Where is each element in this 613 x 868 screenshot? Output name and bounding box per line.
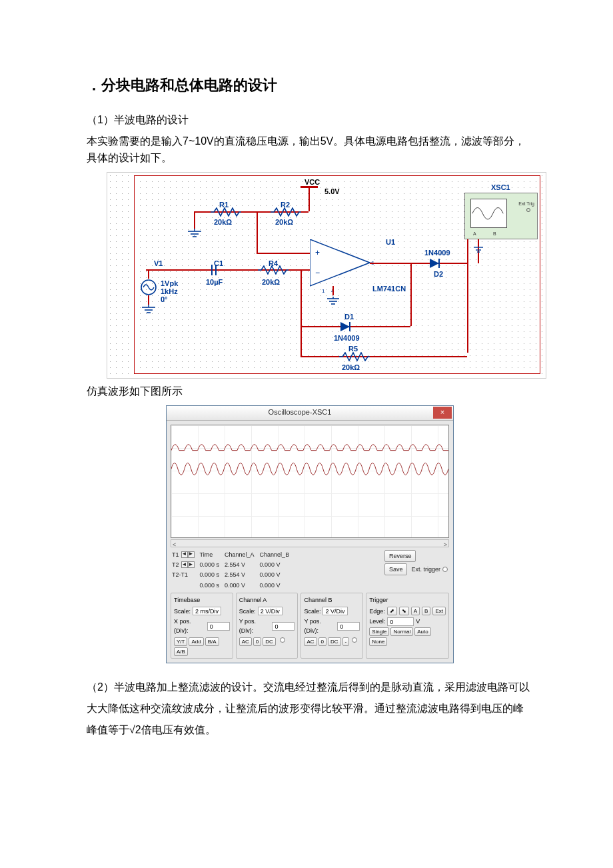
cursor-labels: T1◄► T2◄► T2-T1 — [172, 550, 195, 580]
d1-name: D1 — [344, 311, 354, 323]
wire — [301, 356, 467, 357]
reverse-button[interactable]: Reverse — [384, 550, 416, 562]
channel-b-panel: Channel B Scale:2 V/Div Y pos.(Div):0 AC… — [301, 593, 363, 659]
trigger-panel: Trigger Edge: ⬈ ⬊ A B Ext Level:0V Singl… — [366, 593, 449, 659]
edge-fall-button[interactable]: ⬊ — [399, 607, 409, 615]
add-button[interactable]: Add — [189, 637, 203, 646]
wire — [148, 269, 149, 279]
edge-rise-button[interactable]: ⬈ — [387, 607, 397, 615]
scale-label: Scale: — [304, 607, 320, 616]
svg-text:−: − — [315, 268, 320, 277]
cha-enable-radio[interactable] — [280, 637, 285, 643]
trig-b-button[interactable]: B — [422, 607, 430, 615]
chb-col: Channel_B 0.000 V 0.000 V 0.000 V — [260, 550, 290, 591]
timebase-scale-field[interactable]: 2 ms/Div — [193, 607, 221, 615]
chb-enable-radio[interactable] — [352, 637, 357, 643]
cha-ypos-field[interactable]: 0 — [272, 622, 295, 631]
channel-a-panel: Channel A Scale:2 V/Div Y pos.(Div):0 AC… — [236, 593, 299, 659]
time-header: Time — [200, 550, 220, 559]
ext-trig-label: Ext Trig — [518, 200, 534, 207]
chb-dc-button[interactable]: DC — [328, 637, 341, 646]
oscilloscope-window: Oscilloscope-XSC1 × T1◄► T2◄► T2-T1 Time… — [166, 405, 454, 663]
level-field[interactable]: 0 — [387, 617, 414, 626]
chb-0-button[interactable]: 0 — [318, 637, 326, 646]
t2t1-label: T2-T1 — [172, 570, 195, 579]
cha-scale-field[interactable]: 2 V/Div — [258, 607, 283, 615]
t1-arrows[interactable]: ◄► — [181, 551, 195, 558]
scope-titlebar: Oscilloscope-XSC1 × — [167, 406, 453, 421]
d2-type: 1N4009 — [424, 247, 450, 259]
chb-ypos-field[interactable]: 0 — [337, 622, 360, 631]
trig-none-button[interactable]: None — [369, 637, 387, 646]
scope-scrollbar[interactable] — [171, 539, 449, 547]
panel-title: Channel A — [239, 595, 295, 605]
cha-ac-button[interactable]: AC — [239, 637, 252, 646]
svg-marker-27 — [340, 322, 350, 331]
wire — [308, 187, 310, 211]
scope-body: T1◄► T2◄► T2-T1 Time 0.000 s 0.000 s 0.0… — [167, 421, 453, 663]
time-val: 0.000 s — [200, 560, 220, 569]
svg-marker-11 — [310, 239, 370, 286]
circuit-schematic: VCC 5.0V R1 20kΩ R2 20kΩ V1 C1 10µF R4 2… — [107, 172, 546, 379]
ypos-label: Y pos.(Div): — [304, 617, 335, 636]
wire — [194, 211, 195, 229]
close-button[interactable]: × — [433, 407, 452, 419]
t2-arrows[interactable]: ◄► — [181, 561, 195, 568]
cha-val: 2.554 V — [225, 570, 255, 579]
panel-title: Trigger — [369, 595, 446, 605]
ypos-label: Y pos.(Div): — [239, 617, 271, 636]
trig-ext-button[interactable]: Ext — [432, 607, 446, 615]
panel-title: Timebase — [174, 595, 230, 605]
t2-label: T2 — [172, 560, 179, 569]
xpos-label: X pos.(Div): — [174, 617, 205, 636]
r5-value: 20kΩ — [342, 362, 360, 374]
cha-val: 0.000 V — [225, 581, 255, 590]
vcc-value: 5.0V — [324, 186, 340, 198]
trig-normal-button[interactable]: Normal — [390, 627, 413, 636]
trig-single-button[interactable]: Single — [369, 627, 389, 636]
d1-type: 1N4009 — [334, 333, 360, 345]
cha-val: 2.554 V — [225, 560, 255, 569]
ground-icon — [472, 242, 484, 259]
yt-button[interactable]: Y/T — [174, 637, 187, 646]
timebase-panel: Timebase Scale:2 ms/Div X pos.(Div):0 Y/… — [171, 593, 233, 659]
time-col: Time 0.000 s 0.000 s 0.000 s — [200, 550, 220, 591]
svg-text:1: 1 — [322, 288, 325, 293]
chb-ac-button[interactable]: AC — [304, 637, 316, 646]
wire — [257, 253, 310, 254]
chb-scale-field[interactable]: 2 V/Div — [322, 607, 347, 615]
cha-dc-button[interactable]: DC — [263, 637, 276, 646]
page-title: ．分块电路和总体电路的设计 — [87, 73, 533, 97]
resistor-r1 — [211, 207, 241, 217]
wire — [301, 269, 302, 356]
cha-0-button[interactable]: 0 — [253, 637, 261, 646]
r2-value: 20kΩ — [275, 217, 293, 229]
port-a-label: A — [473, 230, 476, 237]
d2-name: D2 — [434, 269, 443, 281]
port-b-label: B — [493, 230, 496, 237]
ground-icon — [324, 294, 342, 311]
ic-name: LM741CN — [372, 283, 406, 295]
ext-trig-port — [526, 208, 530, 212]
trig-auto-button[interactable]: Auto — [414, 627, 430, 636]
resistor-r5 — [339, 352, 370, 361]
ground-icon — [140, 303, 157, 321]
c1-value: 10µF — [206, 277, 223, 289]
scale-label: Scale: — [239, 607, 256, 616]
ext-trigger-toggle[interactable]: Ext. trigger — [411, 565, 448, 574]
wire — [301, 326, 410, 327]
r4-value: 20kΩ — [262, 277, 280, 289]
cha-header: Channel_A — [225, 550, 255, 559]
t1-label: T1 — [172, 550, 179, 559]
chb-val: 0.000 V — [260, 581, 290, 590]
ab-button[interactable]: A/B — [174, 647, 188, 656]
save-button[interactable]: Save — [384, 563, 408, 575]
chb-minus-button[interactable]: - — [342, 637, 350, 646]
level-label: Level: — [369, 617, 385, 626]
ba-button[interactable]: B/A — [205, 637, 219, 646]
r1-value: 20kΩ — [214, 217, 232, 229]
timebase-xpos-field[interactable]: 0 — [207, 622, 230, 631]
chb-val: 0.000 V — [260, 570, 290, 579]
trig-a-button[interactable]: A — [411, 607, 420, 615]
scope-panels: Timebase Scale:2 ms/Div X pos.(Div):0 Y/… — [171, 593, 449, 659]
